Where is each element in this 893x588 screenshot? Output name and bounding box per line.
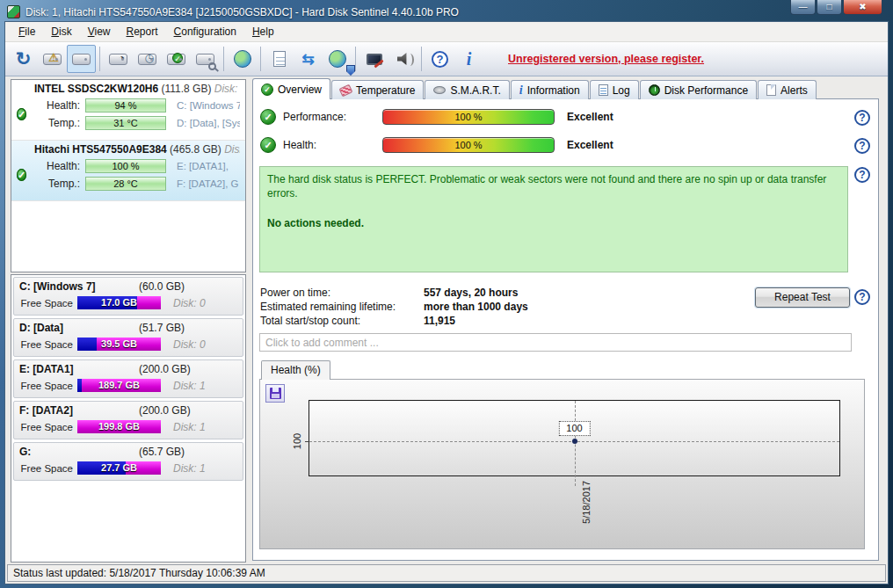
tab-temperature[interactable]: Temperature: [331, 80, 424, 99]
info-icon[interactable]: i: [454, 45, 483, 73]
disk-ok-icon: ✓: [17, 169, 26, 181]
log-doc-icon: [599, 84, 608, 96]
app-icon: [7, 5, 20, 18]
partition-name: G:: [19, 446, 31, 458]
health-chart-panel: 100 100 5/18/2017: [259, 379, 865, 549]
disk-list: INTEL SSDSC2KW120H6 (111.8 GB) Disk: 0 ✓…: [11, 79, 246, 272]
disk-warning-icon[interactable]: ⚠: [38, 45, 67, 73]
data-point-label: 100: [558, 421, 590, 436]
free-space-label: Free Space: [19, 463, 77, 474]
free-space-label: Free Space: [19, 422, 77, 432]
tab-smart[interactable]: S.M.A.R.T.: [425, 80, 509, 99]
menu-report[interactable]: Report: [119, 23, 166, 40]
free-space-label: Free Space: [19, 381, 77, 391]
disk-name: Hitachi HTS547550A9E384: [34, 143, 167, 156]
title-bar: Disk: 1, Hitachi HTS547550A9E384 [J21500…: [7, 4, 779, 20]
health-label: Health:: [283, 139, 375, 151]
help-icon[interactable]: ?: [854, 138, 870, 154]
menu-disk[interactable]: Disk: [43, 23, 79, 40]
health-ok-icon: ✓: [260, 137, 276, 153]
y-axis-tick: 100: [292, 433, 302, 449]
tab-disk-performance[interactable]: Disk Performance: [640, 80, 757, 99]
comment-input[interactable]: [259, 333, 852, 352]
partition-disk: Disk: 1: [173, 462, 206, 475]
disk-ok-icon: ✓: [17, 108, 26, 120]
free-space-label: Free Space: [19, 298, 77, 309]
performance-bar: 100 %: [382, 109, 555, 125]
health-bar: 100 %: [382, 137, 555, 153]
sound-icon[interactable]: [388, 45, 417, 73]
partition-name: F: [DATA2]: [19, 404, 73, 417]
free-space-label: Free Space: [19, 339, 77, 350]
menu-file[interactable]: File: [11, 23, 43, 40]
partition-row-g[interactable]: G: (65.7 GB) Free Space 27.7 GB Disk: 1: [13, 442, 243, 481]
partition-row-d[interactable]: D: [Data] (51.7 GB) Free Space 39.5 GB D…: [13, 318, 243, 357]
stat-label: Total start/stop count:: [260, 315, 424, 327]
report-icon[interactable]: [265, 45, 294, 73]
free-space-value: 189.7 GB: [77, 379, 161, 392]
tab-alerts[interactable]: Alerts: [758, 80, 817, 99]
sync-icon[interactable]: ⇆: [294, 45, 323, 73]
help-icon[interactable]: ?: [854, 110, 870, 126]
menu-view[interactable]: View: [80, 23, 119, 40]
minimize-button[interactable]: —: [790, 0, 816, 15]
world-disk-icon[interactable]: [228, 45, 257, 73]
tab-overview[interactable]: ✓Overview: [252, 78, 330, 99]
tab-information[interactable]: iInformation: [511, 80, 589, 99]
disk-size: (111.8 GB): [162, 83, 212, 95]
menu-help[interactable]: Help: [244, 23, 282, 40]
refresh-icon[interactable]: ↻: [9, 45, 38, 73]
tab-log[interactable]: Log: [590, 80, 639, 99]
partition-row-e[interactable]: E: [DATA1] (200.0 GB) Free Space 189.7 G…: [13, 359, 243, 398]
partition-row-f[interactable]: F: [DATA2] (200.0 GB) Free Space 199.8 G…: [13, 401, 243, 439]
disk-clock-icon[interactable]: ◷: [133, 45, 162, 73]
free-space-bar: 17.0 GB: [77, 296, 161, 309]
disk-health-bar: 94 %: [85, 98, 166, 113]
status-bar: Status last updated: 5/18/2017 Thursday …: [7, 564, 886, 582]
data-point: [572, 439, 577, 444]
disk-search-icon[interactable]: [191, 45, 220, 73]
stat-label: Estimated remaining lifetime:: [260, 301, 424, 313]
partition-name: C: [Windows 7]: [19, 280, 96, 293]
save-chart-button[interactable]: [265, 384, 285, 403]
free-space-bar: 189.7 GB: [77, 379, 161, 392]
close-button[interactable]: ✖: [843, 0, 882, 15]
floppy-icon: [270, 388, 281, 399]
menu-bar: File Disk View Report Configuration Help: [5, 22, 888, 42]
sidebar: INTEL SSDSC2KW120H6 (111.8 GB) Disk: 0 ✓…: [11, 79, 246, 563]
disk-row-0[interactable]: INTEL SSDSC2KW120H6 (111.8 GB) Disk: 0 ✓…: [11, 80, 245, 141]
disk-overview-icon[interactable]: [67, 45, 96, 73]
disk-number: Disk: 0: [214, 83, 240, 95]
monitor-config-icon[interactable]: [359, 45, 388, 73]
disk-volumes: F: [DATA2], G: [170, 178, 240, 189]
free-space-bar: 27.7 GB: [77, 461, 161, 475]
disk-number: Disk: 1: [224, 143, 240, 156]
partition-disk: Disk: 1: [173, 380, 206, 392]
stat-value: more than 1000 days: [424, 301, 528, 313]
menu-configuration[interactable]: Configuration: [166, 23, 244, 40]
partition-size: (65.7 GB): [139, 446, 185, 458]
repeat-test-button[interactable]: Repeat Test: [755, 287, 850, 308]
disk-volumes: C: [Windows 7]: [170, 100, 240, 111]
disk-check-icon[interactable]: ✓: [162, 45, 191, 73]
disk-temp-bar: 28 °C: [85, 177, 166, 191]
lifetime-stats: Power on time: 557 days, 20 hours Estima…: [260, 286, 528, 328]
free-space-value: 39.5 GB: [77, 338, 161, 351]
help-icon[interactable]: ?: [854, 167, 870, 183]
help-icon[interactable]: ?: [854, 289, 870, 305]
unregistered-link[interactable]: Unregistered version, please register.: [508, 53, 704, 65]
partition-row-c[interactable]: C: [Windows 7] (60.0 GB) Free Space 17.0…: [13, 277, 243, 316]
disk-status-message: The hard disk status is PERFECT. Problem…: [259, 166, 848, 272]
no-actions-text: No actions needed.: [267, 216, 840, 230]
network-shield-icon[interactable]: [323, 45, 352, 73]
overview-check-icon: ✓: [261, 83, 273, 96]
gauge-icon: [649, 84, 660, 96]
overview-panel: ✓ Performance: 100 % Excellent ? ✓ Healt…: [252, 98, 879, 561]
disk-volumes: E: [DATA1],: [170, 161, 240, 171]
health-chart-tab[interactable]: Health (%): [261, 360, 330, 380]
maximize-button[interactable]: □: [817, 0, 842, 15]
disk-gauge-icon[interactable]: ◔: [104, 45, 133, 73]
disk-row-1[interactable]: Hitachi HTS547550A9E384 (465.8 GB) Disk:…: [11, 141, 245, 201]
help-icon[interactable]: ?: [425, 45, 454, 73]
stat-value: 11,915: [424, 315, 455, 327]
